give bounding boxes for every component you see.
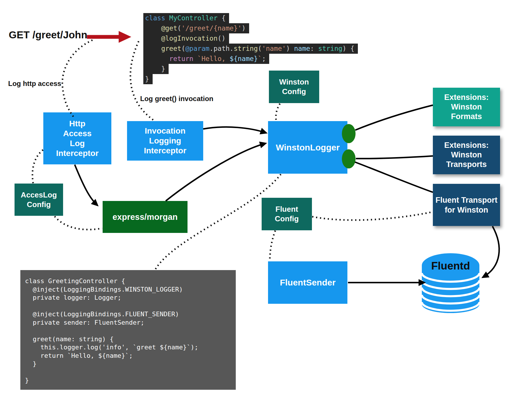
arrow-fluent-transport-to-fluentd — [483, 226, 499, 277]
fluentd-label: Fluentd — [431, 260, 470, 272]
box-fluent-sender: FluentSender — [268, 261, 347, 304]
request-label: GET /greet/John — [9, 29, 87, 41]
extension-point-transports-oval — [342, 149, 356, 168]
box-invocation-logging-interceptor: InvocationLoggingInterceptor — [127, 121, 203, 161]
fluentd-database-icon: Fluentd — [420, 251, 481, 315]
arrow-invocation-to-winston-logger — [203, 127, 266, 133]
log-http-access-label: Log http access — [8, 80, 61, 88]
dotted-request-to-http-interceptor — [62, 40, 92, 118]
greeting-controller-code: class GreetingController { @inject(Loggi… — [20, 270, 236, 390]
box-acceslog-config: AccesLogConfig — [15, 184, 63, 216]
dotted-http-interceptor-to-acceslog-config — [33, 150, 43, 183]
box-extensions-winston-formats: Extensions:WinstonFormats — [433, 88, 500, 126]
dotted-winston-config-to-logger — [276, 104, 280, 121]
dotted-fluent-config-to-fluent-transport — [312, 212, 432, 220]
log-greet-invocation-label: Log greet() invocation — [140, 95, 213, 103]
diagram-canvas: Fluentd HttpAccessLogInterceptor Invocat… — [0, 0, 532, 406]
box-winston-logger: WinstonLogger — [268, 121, 347, 174]
line-oval-to-fluent-transport — [355, 162, 433, 192]
dotted-acceslog-config-to-express — [55, 216, 102, 229]
box-fluent-config: FluentConfig — [262, 198, 312, 230]
box-http-access-log-interceptor: HttpAccessLogInterceptor — [43, 112, 111, 164]
line-oval-to-winston-transports — [356, 156, 433, 159]
box-fluent-transport-for-winston: Fluent Transportfor Winston — [433, 184, 500, 226]
box-express-morgan: express/morgan — [103, 201, 188, 233]
dotted-fluent-config-to-fluent-sender — [270, 231, 275, 260]
box-extensions-winston-transports: Extensions:WinstonTransports — [433, 136, 500, 174]
controller-code-snippet: class MyController { @get('/greet/{name}… — [143, 13, 358, 84]
arrow-http-interceptor-to-express — [75, 165, 97, 205]
line-oval-to-winston-formats — [355, 105, 433, 130]
extension-point-formats-oval — [342, 124, 356, 143]
